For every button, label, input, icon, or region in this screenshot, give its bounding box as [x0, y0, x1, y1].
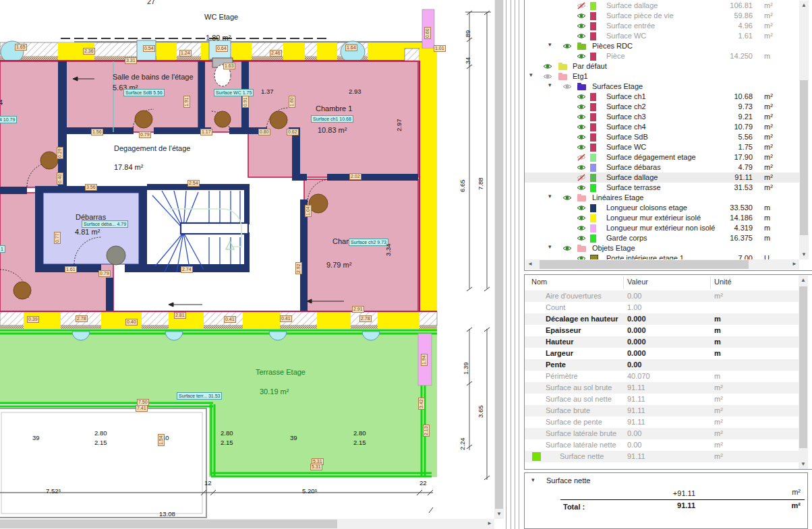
tree-item-label[interactable]: Linéaires Etage [592, 193, 643, 201]
tree-row[interactable]: Objets Etage [525, 243, 799, 253]
eye-visibility-icon[interactable] [577, 204, 586, 212]
dimension-tag[interactable]: 1.04 [305, 205, 312, 217]
property-value[interactable]: 40.070 [627, 372, 650, 380]
tree-item-label[interactable]: Surface dallage [606, 1, 658, 9]
tree-item-label[interactable]: Surface ch3 [606, 113, 646, 121]
tree-item-label[interactable]: Pièces RDC [592, 42, 633, 50]
property-row[interactable]: Pente 0.00 [525, 359, 799, 371]
dimension-tag[interactable]: 1.24 [179, 50, 192, 57]
panel-splitter[interactable] [506, 0, 506, 529]
dimension-tag[interactable]: 0.80 [258, 129, 270, 135]
tree-item-label[interactable]: Surface ch2 [606, 102, 646, 111]
tree-row[interactable]: Longueur mur extérieur isolé 14.186 m [525, 213, 799, 223]
dimension-tag[interactable]: 1.91 [183, 96, 190, 108]
panel-splitter[interactable] [519, 0, 519, 529]
chevron-down-icon[interactable] [548, 193, 555, 199]
dimension-tag[interactable]: 2.78 [76, 315, 88, 322]
property-value[interactable]: 91.11 [627, 452, 645, 460]
panel-splitter[interactable] [515, 0, 515, 529]
chevron-down-icon[interactable]: ▾ [531, 476, 535, 483]
dimension-tag[interactable]: 2.13 [423, 425, 430, 437]
dimension-tag[interactable]: 0.40 [57, 173, 63, 185]
property-value[interactable]: 0.00 [627, 361, 641, 369]
tree-row[interactable]: Surface WC 1.61 m² [525, 31, 799, 41]
dimension-tag[interactable]: 5.31 [310, 464, 322, 470]
dimension-tag[interactable]: 0.29 [57, 147, 63, 159]
property-row[interactable]: Epaisseur 0.000 m [525, 325, 799, 336]
tree-row[interactable]: Surface SdB 5.56 m² [525, 132, 799, 142]
eye-visibility-icon[interactable] [577, 144, 586, 151]
tree-row[interactable]: Surface dégagement etage 17.90 m² [525, 152, 799, 162]
dimension-tag[interactable]: 0.62 [287, 129, 299, 135]
dimension-tag[interactable]: 3.56 [85, 184, 97, 191]
column-header-value[interactable]: Valeur [627, 278, 648, 286]
dimension-tag[interactable]: 0.79 [139, 131, 151, 138]
eye-visibility-icon[interactable] [577, 154, 586, 161]
dimension-tag[interactable]: 2.36 [83, 48, 95, 55]
property-row[interactable]: Surface de pente 91.11 m² [525, 416, 799, 428]
scroll-up-arrow-icon[interactable]: ▲ [799, 1, 809, 10]
property-row[interactable]: Largeur 0.000 m [525, 348, 799, 359]
tree-item-label[interactable]: Surface entrée [606, 22, 655, 30]
tree-vscroll-thumb[interactable] [800, 80, 808, 235]
property-row[interactable]: Surface nette 91.11 m² [525, 451, 799, 462]
tree-item-label[interactable]: Surface dallage [606, 173, 658, 181]
chevron-down-icon[interactable] [548, 243, 555, 250]
tree-row[interactable]: Surface débaras 4.79 m² [525, 162, 799, 173]
property-row[interactable]: Surface brute 91.11 m² [525, 405, 799, 416]
property-value[interactable]: 0.000 [627, 349, 646, 357]
eye-visibility-icon[interactable] [577, 32, 586, 40]
floor-plan-canvas[interactable]: 27WC Etage1.80 m²Salle de bains de l'éta… [0, 0, 494, 519]
eye-visibility-icon[interactable] [562, 194, 572, 201]
tree-item-label[interactable]: Surface SdB [606, 133, 648, 141]
property-value[interactable]: 0.00 [627, 292, 641, 300]
tree-item-label[interactable]: Longueur mur extérieur non isolé [606, 224, 715, 232]
eye-visibility-icon[interactable] [577, 235, 586, 242]
tree-item-label[interactable]: Surface ch1 [606, 92, 646, 100]
panel-splitter[interactable] [511, 0, 511, 529]
scroll-right-arrow-icon[interactable]: ► [485, 519, 494, 528]
property-row[interactable] [525, 462, 799, 469]
surface-measure-tag[interactable]: 4 10.79 [0, 116, 17, 123]
tree-row[interactable]: Garde corps 16.375 m [525, 233, 799, 243]
property-row[interactable]: Hauteur 0.000 m [525, 336, 799, 348]
column-header-unit[interactable]: Unité [714, 278, 732, 286]
eye-visibility-icon[interactable] [577, 174, 586, 181]
eye-visibility-icon[interactable] [562, 83, 572, 90]
dimension-tag[interactable]: 2.91 [352, 306, 364, 313]
eye-visibility-icon[interactable] [577, 12, 586, 20]
eye-visibility-icon[interactable] [577, 164, 586, 171]
dimension-tag[interactable]: 2.02 [349, 173, 361, 180]
eye-visibility-icon[interactable] [577, 184, 586, 191]
dimension-tag[interactable]: 1.65 [15, 44, 27, 51]
tree-item-label[interactable]: Etg1 [573, 72, 588, 80]
eye-visibility-icon[interactable] [577, 123, 586, 131]
plan-hscroll-thumb[interactable] [0, 520, 337, 528]
property-row[interactable]: Périmètre 40.070 m [525, 371, 799, 382]
dimension-tag[interactable]: 1.61 [65, 266, 77, 273]
tree-item-label[interactable]: Objets Etage [592, 244, 635, 252]
plan-horizontal-scrollbar[interactable]: ► [0, 519, 494, 529]
dimension-tag[interactable]: 0.41 [224, 316, 236, 323]
tree-row[interactable]: Pièces RDC [525, 41, 799, 51]
tree-row[interactable]: Surface dallage 106.81 m² [525, 1, 799, 11]
tree-row[interactable]: Linéaires Etage [525, 193, 799, 203]
eye-visibility-icon[interactable] [577, 2, 586, 9]
dimension-tag[interactable]: 2.46 [270, 50, 282, 57]
scroll-left-arrow-icon[interactable]: ◄ [525, 259, 535, 269]
eye-visibility-icon[interactable] [577, 53, 586, 60]
eye-visibility-icon[interactable] [543, 73, 552, 80]
eye-visibility-icon[interactable] [577, 113, 586, 121]
tree-item-label[interactable]: Surface WC [606, 32, 646, 40]
property-row[interactable]: Décalage en hauteur 0.000 m [525, 313, 799, 325]
dimension-tag[interactable]: 0.64 [216, 45, 228, 52]
property-value[interactable]: 0.00 [627, 429, 641, 437]
eye-visibility-icon[interactable] [577, 22, 586, 30]
eye-visibility-icon[interactable] [577, 133, 586, 141]
tree-item-label[interactable]: Longueur mur extérieur isolé [606, 214, 701, 222]
property-value[interactable]: 0.00 [627, 441, 641, 449]
tree-item-label[interactable]: Surface débaras [606, 163, 661, 171]
plan-vertical-scrollbar[interactable]: ▼ [494, 0, 504, 519]
tree-row[interactable]: Porte intérieure etage 1 7.00 U [525, 253, 799, 259]
scroll-down-arrow-icon[interactable]: ▼ [799, 460, 808, 469]
